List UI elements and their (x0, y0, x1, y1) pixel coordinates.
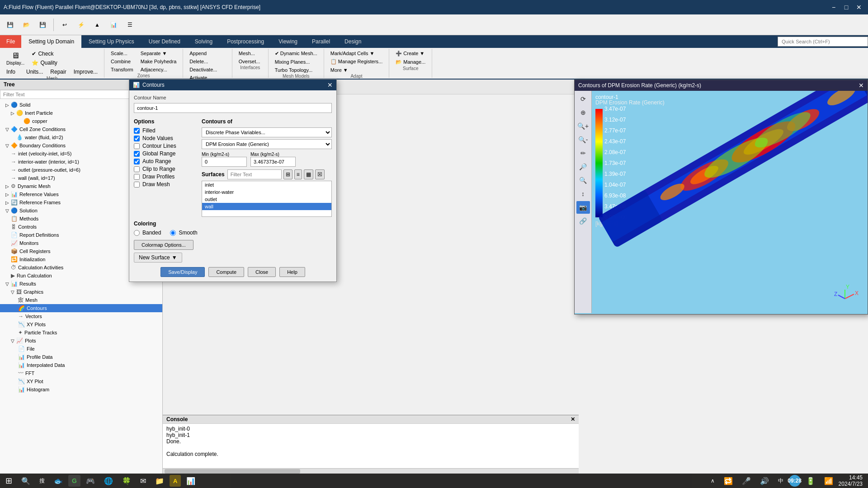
surfaces-btn-2[interactable]: ≡ (294, 169, 302, 179)
tree-item-mesh-g[interactable]: 🕸 Mesh (0, 296, 162, 304)
ribbon-btn-quality[interactable]: ⭐ Quality (29, 59, 60, 67)
taskbar-mic[interactable]: 🎤 (738, 475, 755, 487)
tree-item-xy-plots[interactable]: 📉 XY Plots (0, 320, 162, 328)
surfaces-filter-input[interactable] (227, 169, 282, 179)
toolbar-icon-7[interactable]: ☰ (123, 18, 137, 32)
ribbon-tab-design[interactable]: Design (337, 35, 368, 48)
ribbon-search-input[interactable] (778, 37, 868, 47)
taskbar-network[interactable]: 🔁 (720, 475, 736, 487)
taskbar-app-fish[interactable]: 🐟 (50, 475, 66, 487)
tree-item-file[interactable]: 📄 File (0, 345, 162, 353)
ribbon-btn-transform[interactable]: Transform (108, 66, 136, 73)
tree-item-vectors[interactable]: → Vectors (0, 312, 162, 320)
taskbar-app-g[interactable]: G (68, 475, 80, 487)
ribbon-tab-viewing[interactable]: Viewing (271, 35, 305, 48)
tree-item-particle-tracks[interactable]: ✦ Particle Tracks (0, 328, 162, 337)
tree-item-xyplot[interactable]: 📉 XY Plot (0, 377, 162, 385)
taskbar-steam[interactable]: 🎮 (82, 475, 99, 487)
taskbar-volume[interactable]: 🔊 (756, 475, 773, 487)
ribbon-btn-scale[interactable]: Scale... (108, 50, 136, 57)
ribbon-btn-manage-surf[interactable]: 📂 Manage... (393, 58, 428, 66)
surface-item-interior-water[interactable]: interior-water (202, 188, 331, 196)
toolbar-icon-2[interactable]: 📂 (19, 18, 33, 32)
ribbon-tab-file[interactable]: File (0, 35, 21, 48)
ribbon-tab-setup-physics[interactable]: Setting Up Physics (81, 35, 142, 48)
ribbon-btn-delete[interactable]: Delete... (187, 58, 228, 65)
smooth-radio[interactable] (170, 230, 176, 236)
surfaces-btn-3[interactable]: ▦ (304, 169, 313, 179)
taskbar-browser[interactable]: 🌐 (100, 475, 117, 487)
tree-item-interpolated[interactable]: 📊 Interpolated Data (0, 361, 162, 369)
contours-of-select2[interactable]: DPM Erosion Rate (Generic) (202, 139, 332, 149)
close-button-dialog[interactable]: Close (248, 267, 276, 277)
taskbar-search-cn[interactable]: 搜 (36, 475, 48, 487)
compute-button[interactable]: Compute (208, 267, 244, 277)
start-button[interactable]: ⊞ (2, 475, 16, 487)
taskbar-keyboard-cn[interactable]: 中 (774, 475, 787, 487)
ribbon-btn-append[interactable]: Append (187, 50, 228, 57)
help-button[interactable]: Help (279, 267, 305, 277)
auto-range-checkbox[interactable] (134, 159, 140, 164)
toolbar-icon-3[interactable]: 💾 (35, 18, 50, 32)
scrollbar-thumb[interactable] (165, 469, 300, 474)
taskbar-app-chart[interactable]: 📊 (183, 475, 199, 487)
surfaces-btn-1[interactable]: ⊞ (283, 169, 292, 179)
tree-item-contours[interactable]: 🌈 Contours (0, 304, 162, 312)
surface-item-wall[interactable]: wall (202, 203, 331, 210)
tree-item-graphics[interactable]: ▽ 🖼 Graphics (0, 288, 162, 296)
ribbon-btn-adjacency[interactable]: Adjacency... (138, 66, 179, 73)
toolbar-icon-1[interactable]: 💾 (3, 18, 17, 32)
ribbon-tab-postprocessing[interactable]: Postprocessing (220, 35, 271, 48)
banded-radio[interactable] (134, 230, 140, 236)
taskbar-chevron[interactable]: ∧ (707, 475, 718, 487)
draw-profiles-checkbox[interactable] (134, 174, 140, 180)
ribbon-btn-combine[interactable]: Combine (108, 58, 136, 65)
toolbar-icon-undo[interactable]: ↩ (57, 18, 72, 32)
maximize-button[interactable]: □ (841, 3, 852, 12)
taskbar-app-a[interactable]: A (170, 475, 181, 487)
ribbon-btn-mixing-planes[interactable]: Mixing Planes... (272, 58, 320, 66)
ribbon-btn-improve[interactable]: Improve... (71, 68, 100, 76)
tree-item-plots[interactable]: ▽ 📈 Plots (0, 337, 162, 345)
ribbon-btn-check[interactable]: ✔ Check (29, 50, 60, 58)
surface-item-inlet[interactable]: inlet (202, 181, 331, 188)
ribbon-btn-overset[interactable]: Overset... (236, 58, 263, 65)
clip-range-checkbox[interactable] (134, 166, 140, 172)
console-close-icon[interactable]: ✕ (571, 416, 575, 422)
surfaces-btn-4[interactable]: ☒ (315, 169, 325, 179)
ribbon-btn-separate[interactable]: Separate ▼ (138, 50, 179, 57)
ribbon-tab-solving[interactable]: Solving (188, 35, 220, 48)
ribbon-btn-more[interactable]: More ▼ (328, 66, 386, 74)
contours-of-select1[interactable]: Discrete Phase Variables... (202, 127, 332, 137)
max-input[interactable] (250, 157, 296, 167)
node-values-checkbox[interactable] (134, 136, 140, 141)
ribbon-btn-dynamic-mesh[interactable]: ✔ Dynamic Mesh... (272, 50, 320, 57)
ribbon-btn-make-polyhedra[interactable]: Make Polyhedra (138, 58, 179, 65)
draw-mesh-checkbox[interactable] (134, 182, 140, 188)
ribbon-btn-display[interactable]: 🖥 Display... (4, 51, 27, 66)
console-scrollbar[interactable] (163, 468, 579, 474)
toolbar-icon-4[interactable]: ⚡ (74, 18, 88, 32)
global-range-checkbox[interactable] (134, 151, 140, 157)
min-input[interactable] (202, 157, 247, 167)
taskbar-notification-time[interactable]: 09:28 (789, 475, 801, 487)
ribbon-btn-mesh-if[interactable]: Mesh... (236, 50, 263, 57)
taskbar-mail[interactable]: ✉ (137, 475, 150, 487)
ribbon-tab-parallel[interactable]: Parallel (305, 35, 337, 48)
close-button[interactable]: ✕ (854, 3, 864, 12)
colormap-options-button[interactable]: Colormap Options... (134, 240, 193, 250)
taskbar-wifi[interactable]: 📶 (821, 475, 837, 487)
console-body[interactable]: hyb_init-0 hyb_init-1 Done. Calculation … (163, 424, 579, 471)
tree-item-profile-data[interactable]: 📊 Profile Data (0, 353, 162, 361)
ribbon-btn-mark-adapt[interactable]: Mark/Adapt Cells ▼ (328, 50, 386, 57)
taskbar-search[interactable]: 🔍 (18, 475, 34, 487)
toolbar-icon-5[interactable]: ▲ (90, 18, 104, 32)
tree-item-fft[interactable]: 〰 FFT (0, 369, 162, 377)
contour-lines-checkbox[interactable] (134, 143, 140, 149)
taskbar-app-clover[interactable]: 🍀 (118, 475, 135, 487)
tree-item-histogram[interactable]: 📊 Histogram (0, 385, 162, 394)
save-display-button[interactable]: Save/Display (160, 267, 205, 277)
surface-item-outlet[interactable]: outlet (202, 196, 331, 203)
ribbon-btn-turbo[interactable]: Turbo Topology... (272, 66, 320, 74)
ribbon-btn-deactivate[interactable]: Deactivate... (187, 66, 228, 73)
